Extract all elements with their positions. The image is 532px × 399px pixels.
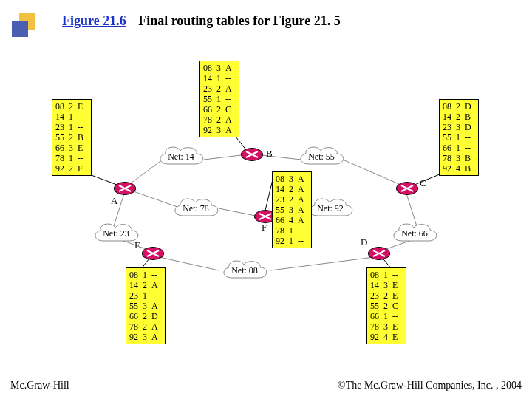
table-row: 081--	[370, 270, 403, 280]
network-cloud-66: Net: 66	[389, 222, 440, 245]
table-row: 142A	[129, 280, 162, 290]
table-row: 783E	[370, 321, 403, 332]
table-row: 551--	[443, 132, 475, 143]
router-label-e: E	[134, 239, 140, 251]
routing-topology-diagram: Net: 14 Net: 55 Net: 78 Net: 92 Net: 23 …	[52, 56, 480, 353]
table-row: 923A	[129, 332, 162, 342]
footer-publisher: Mc.Graw-Hill	[10, 380, 69, 392]
slide-bullet-decor	[12, 13, 37, 38]
svg-line-11	[343, 160, 400, 185]
network-cloud-92: Net: 92	[304, 197, 356, 220]
table-row: 083A	[203, 63, 236, 73]
table-row: 141--	[55, 112, 88, 122]
figure-title: Figure 21.6 Final routing tables for Fig…	[62, 13, 341, 29]
routing-table-f: 083A142A232A553A664A781--921--	[272, 171, 312, 248]
router-node-c	[396, 182, 418, 195]
table-row: 781--	[276, 225, 308, 236]
table-row: 661--	[370, 311, 403, 321]
table-row: 233D	[443, 122, 475, 132]
figure-number: Figure 21.6	[62, 13, 126, 28]
figure-caption: Final routing tables for Figure 21. 5	[138, 13, 341, 28]
router-label-b: B	[266, 148, 273, 160]
table-row: 921--	[276, 236, 308, 246]
router-label-c: C	[420, 177, 426, 189]
table-row: 552B	[55, 132, 88, 143]
table-row: 081--	[129, 270, 162, 280]
router-label-a: A	[111, 195, 117, 207]
table-row: 083A	[276, 174, 308, 184]
table-row: 664A	[276, 215, 308, 225]
table-row: 553A	[276, 205, 308, 215]
network-cloud-78: Net: 78	[170, 197, 222, 220]
table-row: 142A	[276, 184, 308, 194]
footer-copyright: ©The Mc.Graw-Hill Companies, Inc. , 2004	[338, 380, 522, 392]
table-row: 924B	[443, 163, 475, 174]
table-row: 231--	[129, 290, 162, 301]
table-row: 082E	[55, 101, 88, 112]
table-row: 924E	[370, 332, 403, 342]
router-label-f: F	[262, 222, 267, 233]
network-cloud-55: Net: 55	[296, 145, 347, 168]
router-node-a	[114, 182, 136, 195]
svg-line-18	[270, 257, 374, 270]
table-row: 231--	[55, 122, 88, 132]
routing-table-d: 081--143E232E552C661--783E924E	[366, 267, 406, 344]
table-row: 662C	[203, 104, 236, 115]
table-row: 663E	[55, 143, 88, 153]
table-row: 922F	[55, 163, 88, 174]
table-row: 232A	[276, 194, 308, 205]
table-row: 232E	[370, 290, 403, 301]
table-row: 782A	[129, 321, 162, 332]
table-row: 142B	[443, 112, 475, 122]
table-row: 783B	[443, 153, 475, 163]
routing-table-a: 082E141--231--552B663E781--922F	[52, 99, 92, 176]
table-row: 781--	[55, 153, 88, 163]
network-cloud-14: Net: 14	[155, 145, 207, 168]
table-row: 552C	[370, 301, 403, 311]
svg-line-16	[160, 257, 219, 270]
table-row: 232A	[203, 83, 236, 94]
table-row: 923A	[203, 125, 236, 135]
router-node-b	[241, 148, 263, 161]
table-row: 662D	[129, 311, 162, 321]
table-row: 553A	[129, 301, 162, 311]
svg-line-9	[204, 155, 241, 160]
table-row: 143E	[370, 280, 403, 290]
svg-line-13	[219, 208, 256, 216]
router-node-d	[368, 247, 390, 260]
routing-table-e: 081--142A231--553A662D782A923A	[126, 267, 166, 344]
routing-table-b: 083A141--232A551--662C782A923A	[200, 61, 239, 137]
network-cloud-08: Net: 08	[219, 259, 270, 282]
router-node-e	[142, 247, 164, 260]
table-row: 551--	[203, 94, 236, 104]
routing-table-c: 082D142B233D551--661--783B924B	[439, 99, 479, 176]
table-row: 661--	[443, 143, 475, 153]
table-row: 082D	[443, 101, 475, 112]
table-row: 141--	[203, 73, 236, 83]
table-row: 782A	[203, 115, 236, 125]
router-label-d: D	[361, 236, 367, 248]
